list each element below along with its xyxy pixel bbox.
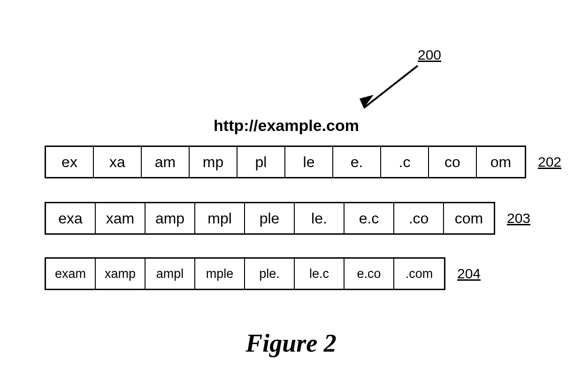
ngram-row-2: ex xa am mp pl le e. .c co om 202 [45,146,561,178]
ngram-cell: xamp [96,259,146,289]
reference-number-203: 203 [507,210,530,226]
ngram-cell: e.c [345,203,394,233]
ngram-cell: co [429,147,477,177]
ngram-cell: .com [394,259,444,289]
arrow-icon [352,61,427,117]
url-text: http://example.com [42,116,530,135]
ngram-cell: exa [46,203,96,233]
ngram-cell: ple [245,203,295,233]
ngram-cell: mpl [195,203,245,233]
ngram-cells-4: exam xamp ampl mple ple. le.c e.co .com [45,257,445,290]
ngram-cell: ple. [245,259,295,289]
ngram-cell: xam [96,203,146,233]
ngram-cell: e. [333,147,381,177]
ngram-cell: am [142,147,190,177]
ngram-cell: ex [46,147,94,177]
ngram-cell: .co [394,203,444,233]
reference-number-202: 202 [538,154,561,170]
ngram-cell: ampl [146,259,195,289]
ngram-cell: mple [195,259,245,289]
ngram-row-4: exam xamp ampl mple ple. le.c e.co .com … [45,257,481,290]
ngram-cell: exam [46,259,96,289]
svg-line-0 [364,66,418,108]
ngram-cell: le. [295,203,345,233]
reference-number-204: 204 [457,266,481,282]
ngram-cell: le.c [295,259,345,289]
ngram-cells-3: exa xam amp mpl ple le. e.c .co com [45,202,495,235]
ngram-cell: com [444,203,494,233]
ngram-cell: le [285,147,333,177]
ngram-cell: xa [94,147,142,177]
ngram-cell: e.co [345,259,394,289]
ngram-cell: amp [146,203,195,233]
ngram-cell: pl [237,147,285,177]
ngram-cell: mp [190,147,237,177]
ngram-cell: om [477,147,525,177]
figure-caption: Figure 2 [42,329,540,358]
ngram-row-3: exa xam amp mpl ple le. e.c .co com 203 [45,202,530,235]
reference-number-200: 200 [418,47,441,63]
ngram-cell: .c [381,147,429,177]
ngram-cells-2: ex xa am mp pl le e. .c co om [45,146,526,178]
